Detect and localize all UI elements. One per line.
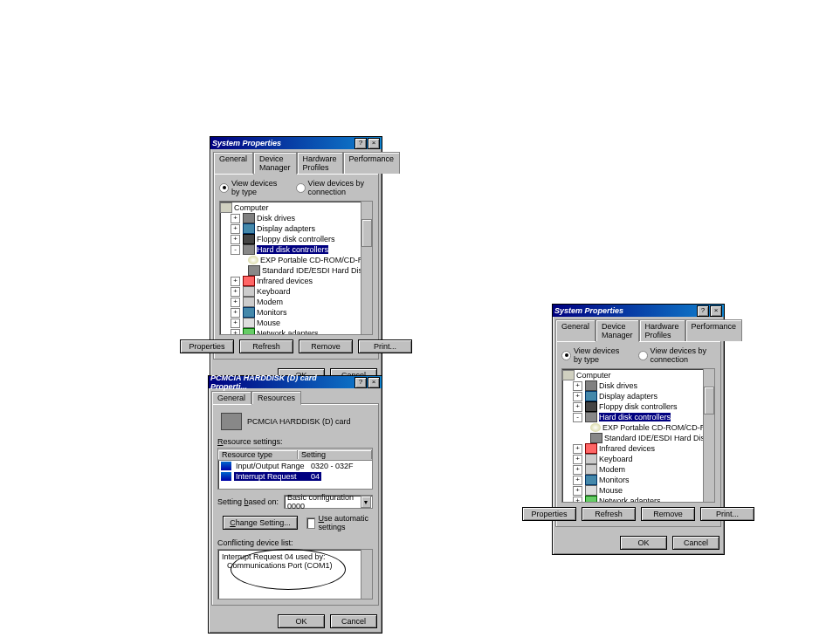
ok-button[interactable]: OK [278,614,325,628]
tree-root[interactable]: Computer [562,370,714,380]
tree-item[interactable]: +Infrared devices [220,276,372,286]
tab-general[interactable]: General [211,391,251,404]
tab-performance[interactable]: Performance [685,319,743,341]
auto-settings-checkbox[interactable] [306,517,315,529]
titlebar: System Properties ? × [553,305,724,317]
tree-item[interactable]: -Hard disk controllers [562,412,714,422]
tree-item[interactable]: +Monitors [562,475,714,485]
scrollbar[interactable] [361,202,372,334]
close-icon[interactable]: × [368,138,380,149]
device-tree[interactable]: Computer+Disk drives+Display adapters+Fl… [219,201,373,335]
inf-icon [243,276,255,286]
expand-icon[interactable]: - [573,413,582,422]
tree-item[interactable]: +Network adapters [562,496,714,503]
help-icon[interactable]: ? [355,377,367,388]
properties-button[interactable]: Properties [180,339,234,353]
properties-button[interactable]: Properties [522,507,576,521]
cancel-button[interactable]: Cancel [330,614,377,628]
tree-item[interactable]: +Mouse [562,485,714,496]
expand-icon[interactable]: + [231,298,240,307]
expand-icon[interactable]: + [231,277,240,286]
print-button[interactable]: Print... [700,507,754,521]
tree-child-item[interactable]: EXP Portable CD-ROM/CD-R/CD-RW/DVD-ROM [220,255,372,265]
device-tree[interactable]: Computer+Disk drives+Display adapters+Fl… [561,368,715,503]
floppy-icon [243,234,255,244]
expand-icon[interactable]: + [573,476,582,485]
print-button[interactable]: Print... [358,339,412,353]
expand-icon[interactable]: + [231,287,240,297]
tab-hardware-profiles[interactable]: Hardware Profiles [639,319,685,341]
expand-icon[interactable]: + [573,465,582,475]
expand-icon[interactable]: + [573,455,582,464]
tab-general[interactable]: General [213,152,253,174]
tree-child-item[interactable]: EXP Portable CD-ROM/CD-R/CD-RW/DVD-ROM [562,422,714,433]
net-icon [585,496,597,503]
tree-item[interactable]: -Hard disk controllers [220,244,372,255]
expand-icon[interactable]: + [231,319,240,328]
setting-based-dropdown[interactable]: Basic configuration 0000 ▼ [284,495,373,509]
change-setting-button[interactable]: Change Setting... [223,516,298,530]
tree-item[interactable]: +Display adapters [562,391,714,401]
expand-icon[interactable]: + [231,329,240,336]
tree-item[interactable]: +Keyboard [562,454,714,464]
tree-item[interactable]: +Floppy disk controllers [220,234,372,244]
tab-performance[interactable]: Performance [343,152,401,174]
expand-icon[interactable]: + [573,486,582,496]
tree-item[interactable]: +Disk drives [220,213,372,223]
expand-icon[interactable]: + [573,402,582,412]
help-icon[interactable]: ? [355,138,367,149]
chevron-down-icon[interactable]: ▼ [361,496,371,508]
tree-item[interactable]: +Display adapters [220,223,372,234]
tab-resources[interactable]: Resources [251,391,301,405]
cancel-button[interactable]: Cancel [672,536,719,550]
close-icon[interactable]: × [710,305,722,317]
resource-row[interactable]: Interrupt Request04 [218,471,372,482]
expand-icon[interactable]: + [573,392,582,401]
tree-child-item[interactable]: Standard IDE/ESDI Hard Disk Controller [562,433,714,443]
scrollbar[interactable] [361,550,372,599]
tab-hardware-profiles[interactable]: Hardware Profiles [297,152,343,174]
expand-icon[interactable]: + [573,497,582,504]
radio-view-by-connection[interactable]: View devices by connection [296,179,373,196]
conflict-list[interactable]: Interrupt Request 04 used by: Communicat… [217,549,373,599]
expand-icon[interactable]: + [231,224,240,234]
expand-icon[interactable]: - [231,245,240,255]
tree-item[interactable]: +Keyboard [220,286,372,297]
expand-icon[interactable]: + [231,308,240,318]
tree-item[interactable]: +Modem [220,297,372,307]
scrollbar[interactable] [703,369,714,502]
tree-item[interactable]: +Floppy disk controllers [562,401,714,412]
remove-button[interactable]: Remove [299,339,353,353]
expand-icon[interactable]: + [231,214,240,223]
tree-item[interactable]: +Infrared devices [562,443,714,454]
tab-device-manager[interactable]: Device Manager [595,319,639,342]
radio-view-by-type[interactable]: View devices by type [561,346,623,364]
ok-button[interactable]: OK [620,536,667,550]
expand-icon[interactable]: + [573,444,582,454]
remove-button[interactable]: Remove [641,507,695,521]
tree-child-item[interactable]: Standard IDE/ESDI Hard Disk Controller [220,265,372,276]
help-icon[interactable]: ? [697,305,709,317]
expand-icon[interactable]: + [231,235,240,244]
tree-item[interactable]: +Modem [562,464,714,475]
tree-item[interactable]: +Mouse [220,318,372,328]
resource-table[interactable]: Resource type Setting Input/Output Range… [217,448,373,490]
titlebar: PCMCIA HARDDISK (D) card Properti... ? × [209,376,382,388]
tree-root[interactable]: Computer [220,202,372,213]
refresh-button[interactable]: Refresh [582,507,636,521]
resource-row[interactable]: Input/Output Range0320 - 032F [218,461,372,471]
refresh-button[interactable]: Refresh [239,339,293,353]
system-properties-dialog-1: System Properties ? × General Device Man… [210,136,382,387]
tree-item[interactable]: +Monitors [220,307,372,318]
expand-icon[interactable]: + [573,381,582,391]
radio-view-by-connection[interactable]: View devices by connection [638,346,715,364]
close-icon[interactable]: × [368,377,380,388]
tree-item[interactable]: +Network adapters [220,328,372,335]
device-name-label: PCMCIA HARDDISK (D) card [247,417,351,426]
monitor-icon [243,307,255,318]
tab-device-manager[interactable]: Device Manager [253,152,297,175]
tree-item[interactable]: +Disk drives [562,380,714,391]
ctrl-icon [585,412,597,422]
tab-general[interactable]: General [555,319,595,341]
radio-view-by-type[interactable]: View devices by type [219,179,280,196]
